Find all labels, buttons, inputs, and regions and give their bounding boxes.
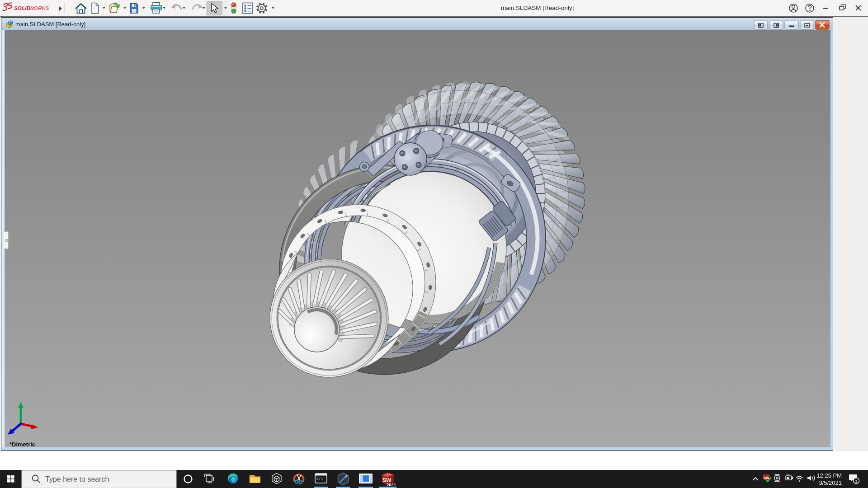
svg-text:WORKS: WORKS [29, 5, 49, 11]
svg-text:C:\_: C:\_ [316, 477, 325, 481]
svg-text:1: 1 [855, 479, 857, 483]
svg-text:SOLID: SOLID [14, 5, 30, 11]
svg-text:2021: 2021 [387, 482, 396, 487]
svg-text:3/5/2021: 3/5/2021 [819, 479, 842, 486]
svg-text:12:25 PM: 12:25 PM [816, 472, 842, 479]
svg-text:Type here to search: Type here to search [45, 475, 109, 483]
